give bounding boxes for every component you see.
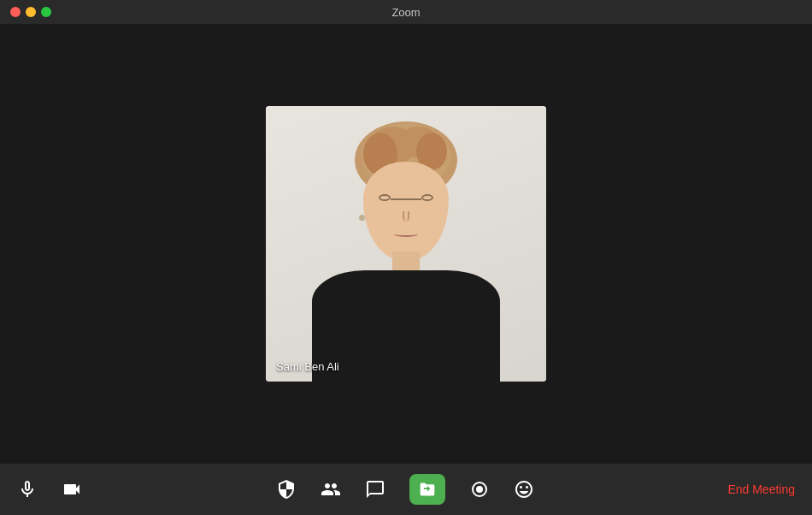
record-icon: [469, 479, 490, 500]
traffic-lights: [10, 7, 51, 17]
minimize-button[interactable]: [26, 7, 36, 17]
face: [363, 162, 449, 260]
end-meeting-button[interactable]: End Meeting: [727, 482, 795, 496]
toolbar: End Meeting: [0, 464, 812, 515]
main-content: Sami Ben Ali: [0, 24, 812, 464]
chat-button[interactable]: [365, 479, 385, 500]
microphone-icon: [17, 479, 38, 500]
chat-icon: [365, 479, 385, 500]
close-button[interactable]: [10, 7, 21, 17]
people-icon: [321, 479, 341, 500]
svg-point-7: [476, 486, 483, 493]
share-screen-button[interactable]: [409, 474, 445, 505]
shirt: [312, 270, 500, 382]
nose: [403, 211, 409, 222]
toolbar-left: [17, 479, 82, 500]
share-btn-bg: [409, 474, 445, 505]
glasses-bridge: [391, 198, 421, 200]
video-tile: Sami Ben Ali: [266, 106, 546, 382]
shield-icon: [276, 479, 297, 500]
mouth: [394, 232, 418, 237]
camera-icon: [62, 479, 82, 500]
participant-name: Sami Ben Ali: [276, 360, 339, 373]
share-icon: [419, 481, 436, 498]
mute-button[interactable]: [17, 479, 38, 500]
record-button[interactable]: [469, 479, 490, 500]
eye-right: [421, 194, 433, 201]
earring: [359, 215, 365, 221]
participants-button[interactable]: [321, 479, 341, 500]
eye-left: [379, 194, 391, 201]
video-button[interactable]: [62, 479, 82, 500]
security-button[interactable]: [276, 479, 297, 500]
toolbar-right: End Meeting: [727, 482, 795, 496]
reactions-button[interactable]: [514, 479, 534, 500]
title-bar: Zoom: [0, 0, 812, 24]
emoji-icon: [514, 479, 534, 500]
app-title: Zoom: [391, 6, 420, 19]
toolbar-center: [82, 474, 727, 505]
person-figure: [266, 106, 546, 382]
maximize-button[interactable]: [41, 7, 51, 17]
